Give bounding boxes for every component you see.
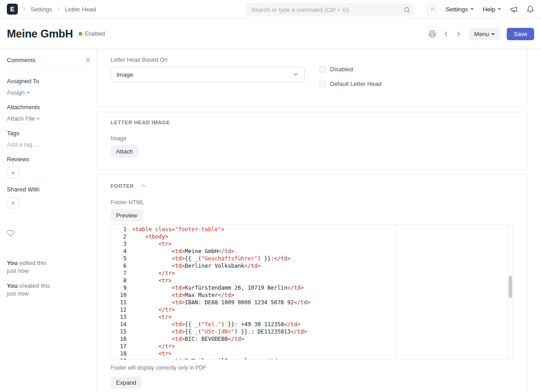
disabled-checkbox-label: Disabled xyxy=(330,66,353,73)
activity-action: edited this xyxy=(19,260,46,266)
activity-action: created this xyxy=(19,282,50,289)
comments-label: Comments xyxy=(7,57,36,64)
editor-code-lines: <table class="footer-table"> <tbody> <tr… xyxy=(132,226,513,360)
app-logo[interactable]: E xyxy=(7,4,18,15)
sidebar-section-tags: Tags Add a tag ... xyxy=(7,130,90,148)
search-input[interactable] xyxy=(250,6,403,14)
menu-button-label: Menu xyxy=(474,31,489,37)
reviews-label: Reviews xyxy=(7,156,90,163)
section-letter-head-image: LETTER HEAD IMAGE Image Attach xyxy=(96,112,528,170)
letter-head-based-on-label: Letter Head Based On xyxy=(111,57,312,63)
status-dot xyxy=(79,32,82,36)
attach-file-label: Attach File xyxy=(7,115,35,122)
help-dropdown[interactable]: Help xyxy=(483,6,501,13)
activity-time: just now xyxy=(7,267,29,274)
like-heart-icon[interactable] xyxy=(7,229,15,237)
disabled-checkbox-row[interactable]: Disabled xyxy=(319,66,514,73)
default-letter-head-checkbox-label: Default Letter Head xyxy=(330,80,382,87)
sidebar-section-shared-with: Shared With + xyxy=(7,186,90,208)
page-header: Meine GmbH Enabled Menu Save xyxy=(0,19,541,49)
chevron-down-icon xyxy=(498,8,501,10)
prev-document-icon[interactable] xyxy=(442,30,450,37)
tags-label: Tags xyxy=(7,130,90,137)
activity-user: You xyxy=(7,282,18,289)
chevron-down-icon xyxy=(470,8,474,10)
settings-dropdown-label: Settings xyxy=(446,6,468,13)
add-review-button[interactable]: + xyxy=(7,167,19,178)
footer-pdf-note: Footer will display correctly only in PD… xyxy=(111,365,514,371)
default-letter-head-checkbox-row[interactable]: Default Letter Head xyxy=(319,80,514,87)
sidebar-item-comments[interactable]: Comments 0 xyxy=(7,57,90,70)
attachments-label: Attachments xyxy=(7,104,90,111)
activity-entry: You created this just now xyxy=(7,282,90,297)
select-value: Image xyxy=(117,71,133,78)
attach-file-button[interactable]: Attach File + xyxy=(7,115,90,122)
breadcrumb-letter-head[interactable]: Letter Head xyxy=(65,6,96,13)
letter-head-based-on-select[interactable]: Image xyxy=(111,67,305,82)
assign-button[interactable]: Assign + xyxy=(7,89,90,96)
breadcrumb-chevron-icon xyxy=(21,6,27,12)
footer-html-editor[interactable]: 12345678910111213141516171819 <table cla… xyxy=(111,224,514,360)
shared-with-label: Shared With xyxy=(7,186,90,193)
breadcrumb-settings[interactable]: Settings xyxy=(31,6,52,13)
avatar[interactable]: A xyxy=(427,5,437,14)
comments-count: 0 xyxy=(86,57,90,64)
section-footer: FOOTER Footer HTML Preview 1234567891011… xyxy=(96,175,528,392)
add-share-button[interactable]: + xyxy=(7,197,19,208)
announcements-icon[interactable] xyxy=(510,5,518,13)
sidebar: Comments 0 Assigned To Assign + Attachme… xyxy=(0,49,96,305)
chevron-down-icon xyxy=(491,33,495,35)
disabled-checkbox[interactable] xyxy=(319,66,326,73)
attach-image-button[interactable]: Attach xyxy=(111,145,138,158)
editor-code-area[interactable]: <table class="footer-table"> <tbody> <tr… xyxy=(132,225,513,360)
editor-scrollbar-thumb[interactable] xyxy=(509,276,512,298)
activity-user: You xyxy=(7,260,18,266)
sidebar-section-reviews: Reviews + xyxy=(7,156,90,178)
form-area: Letter Head Based On Image Disabled xyxy=(96,49,541,392)
page-title: Meine GmbH xyxy=(7,27,73,40)
breadcrumb-chevron-icon xyxy=(55,6,62,12)
footer-html-label: Footer HTML xyxy=(111,199,514,206)
editor-scrollbar[interactable] xyxy=(507,225,513,360)
sidebar-section-attachments: Attachments Attach File + xyxy=(7,104,90,122)
notifications-bell-icon[interactable] xyxy=(526,5,534,13)
sidebar-section-assigned-to: Assigned To Assign + xyxy=(7,78,90,96)
status-badge: Enabled xyxy=(79,31,105,37)
navbar: E Settings Letter Head A Settings Help xyxy=(0,0,541,19)
assign-label: Assign xyxy=(7,89,25,96)
settings-dropdown[interactable]: Settings xyxy=(446,6,474,13)
assigned-to-label: Assigned To xyxy=(7,78,90,85)
status-label: Enabled xyxy=(85,31,105,37)
activity-time: just now xyxy=(7,290,29,297)
section-basics: Letter Head Based On Image Disabled xyxy=(96,49,528,107)
preview-button[interactable]: Preview xyxy=(111,209,143,222)
add-tag-input[interactable]: Add a tag ... xyxy=(7,141,90,148)
default-letter-head-checkbox[interactable] xyxy=(319,81,326,87)
search-icon xyxy=(403,6,410,13)
expand-button[interactable]: Expand xyxy=(111,376,142,389)
menu-button[interactable]: Menu xyxy=(469,28,501,40)
letter-head-image-section-title: LETTER HEAD IMAGE xyxy=(111,120,170,125)
editor-gutter: 12345678910111213141516171819 xyxy=(111,225,132,360)
chevron-down-icon xyxy=(292,71,299,78)
activity-log: You edited this just now You created thi… xyxy=(7,259,90,297)
next-document-icon[interactable] xyxy=(455,30,462,37)
image-field-label: Image xyxy=(111,135,514,142)
print-icon[interactable] xyxy=(429,30,436,37)
collapse-section-icon[interactable] xyxy=(140,182,147,189)
save-button[interactable]: Save xyxy=(507,28,534,40)
activity-entry: You edited this just now xyxy=(7,259,90,275)
footer-section-title: FOOTER xyxy=(111,183,134,189)
global-search xyxy=(246,3,415,16)
help-dropdown-label: Help xyxy=(483,6,495,13)
